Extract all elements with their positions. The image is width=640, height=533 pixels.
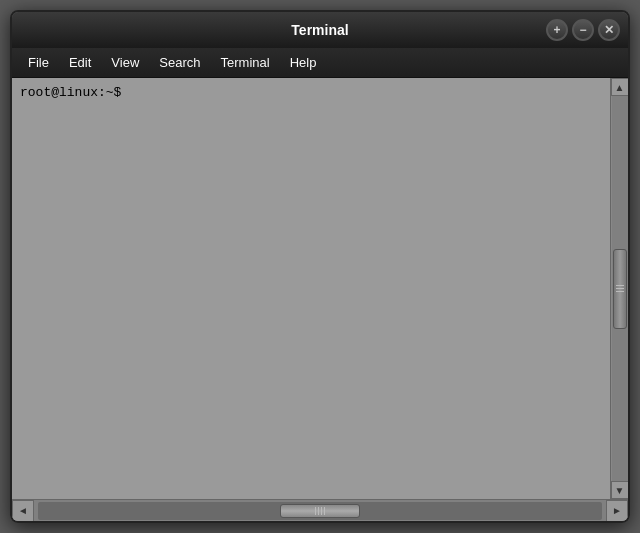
grip-line-1: [616, 285, 624, 286]
scroll-thumb-horizontal[interactable]: [280, 504, 360, 518]
menubar: File Edit View Search Terminal Help: [12, 48, 628, 78]
scrollbar-horizontal: ◄ ►: [12, 499, 628, 521]
menu-edit[interactable]: Edit: [59, 51, 101, 74]
menu-terminal[interactable]: Terminal: [211, 51, 280, 74]
scroll-grip-vertical: [616, 285, 624, 292]
scroll-track-horizontal[interactable]: [38, 502, 602, 520]
scroll-up-arrow[interactable]: ▲: [611, 78, 629, 96]
grip-line-h-3: [321, 507, 322, 515]
scroll-grip-horizontal: [315, 507, 325, 515]
scroll-right-arrow[interactable]: ►: [606, 500, 628, 522]
scroll-track-vertical[interactable]: [612, 96, 628, 481]
menu-view[interactable]: View: [101, 51, 149, 74]
terminal-wrapper: root@linux:~$ ▲ ▼: [12, 78, 628, 499]
menu-file[interactable]: File: [18, 51, 59, 74]
grip-line-h-2: [318, 507, 319, 515]
scroll-left-arrow[interactable]: ◄: [12, 500, 34, 522]
grip-line-2: [616, 288, 624, 289]
menu-search[interactable]: Search: [149, 51, 210, 74]
close-button[interactable]: ✕: [598, 19, 620, 41]
grip-line-h-1: [315, 507, 316, 515]
window-title: Terminal: [291, 22, 348, 38]
terminal-prompt: root@linux:~$: [20, 84, 602, 102]
titlebar: Terminal + − ✕: [12, 12, 628, 48]
menu-help[interactable]: Help: [280, 51, 327, 74]
minimize-button[interactable]: −: [572, 19, 594, 41]
terminal-window: Terminal + − ✕ File Edit View Search Ter…: [10, 10, 630, 523]
scrollbar-vertical: ▲ ▼: [610, 78, 628, 499]
grip-line-3: [616, 291, 624, 292]
terminal-content[interactable]: root@linux:~$: [12, 78, 610, 499]
scroll-thumb-vertical[interactable]: [613, 249, 627, 329]
grip-line-h-4: [324, 507, 325, 515]
window-controls: + − ✕: [546, 19, 620, 41]
add-button[interactable]: +: [546, 19, 568, 41]
scroll-down-arrow[interactable]: ▼: [611, 481, 629, 499]
